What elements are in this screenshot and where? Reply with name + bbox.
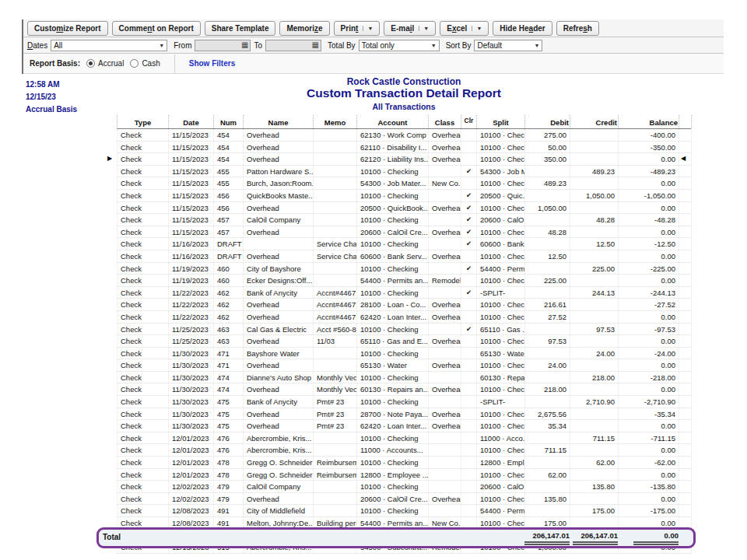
cell-memo[interactable]: 11/03: [314, 335, 357, 347]
cell-account[interactable]: 10100 · Checking: [357, 432, 429, 444]
cell-account[interactable]: 10100 · Checking: [357, 457, 429, 468]
cell-num[interactable]: 463: [214, 335, 244, 347]
table-row[interactable]: Check11/15/2023455Burch, Jason:Room...54…: [117, 177, 691, 190]
table-row[interactable]: Check11/30/2023474Dianne's Auto ShopMont…: [117, 372, 691, 384]
cell-account[interactable]: 65130 · Water: [357, 359, 429, 371]
cell-split[interactable]: 10100 · Chec...: [477, 250, 525, 262]
cell-type[interactable]: Check: [117, 129, 169, 141]
cell-split[interactable]: 10100 · Chec...: [477, 420, 525, 432]
cell-split[interactable]: 65130 · Water: [477, 348, 525, 359]
cell-account[interactable]: 10100 · Checking: [357, 505, 429, 516]
cell-date[interactable]: 12/01/2023: [169, 432, 214, 444]
cell-split[interactable]: 10100 · Chec...: [477, 469, 525, 481]
cell-type[interactable]: Check: [117, 372, 169, 383]
cell-credit[interactable]: [570, 202, 619, 214]
cell-memo[interactable]: Reimbursem...: [314, 457, 357, 468]
cell-type[interactable]: Check: [117, 263, 169, 275]
cell-debit[interactable]: 27.52: [525, 311, 570, 323]
cell-credit[interactable]: [570, 177, 619, 189]
cell-cls[interactable]: [429, 481, 461, 492]
from-date-input[interactable]: ▦: [195, 40, 251, 51]
cell-type[interactable]: Check: [117, 396, 169, 408]
cell-date[interactable]: 12/01/2023: [169, 469, 214, 481]
cell-memo[interactable]: Service Cha...: [314, 250, 357, 262]
cell-debit[interactable]: [525, 432, 570, 444]
cell-split[interactable]: -SPLIT-: [477, 287, 525, 299]
cell-split[interactable]: 11000 · Acco...: [477, 432, 525, 444]
cell-cls[interactable]: [429, 348, 461, 359]
cell-balance[interactable]: -24.00: [619, 348, 679, 359]
cell-type[interactable]: Check: [117, 359, 169, 371]
cell-balance[interactable]: 0.00: [619, 250, 679, 262]
cell-balance[interactable]: 0.00: [619, 226, 679, 238]
cell-name[interactable]: Gregg O. Schneider: [244, 469, 314, 481]
cell-split[interactable]: 60600 · Bank...: [477, 238, 525, 250]
cell-num[interactable]: 462: [214, 299, 244, 310]
cell-credit[interactable]: [570, 408, 619, 420]
cell-balance[interactable]: 0.00: [619, 335, 679, 347]
cell-debit[interactable]: [525, 481, 570, 492]
column-header-type[interactable]: Type: [117, 115, 169, 128]
cell-balance[interactable]: 0.00: [619, 311, 679, 323]
cell-date[interactable]: 11/15/2023: [169, 190, 214, 201]
cell-clr[interactable]: [461, 420, 477, 432]
column-header-account[interactable]: Account: [357, 115, 429, 128]
cell-credit[interactable]: [570, 444, 619, 456]
cell-credit[interactable]: 48.28: [570, 214, 619, 226]
cell-credit[interactable]: [570, 129, 619, 141]
cell-num[interactable]: 460: [214, 263, 244, 275]
cell-account[interactable]: 10100 · Checking: [357, 324, 429, 335]
cell-date[interactable]: 11/15/2023: [169, 202, 214, 214]
cell-num[interactable]: 471: [214, 359, 244, 371]
cell-type[interactable]: Check: [117, 275, 169, 286]
cell-type[interactable]: Check: [117, 311, 169, 323]
cleared-checkmark-icon[interactable]: ✔: [461, 190, 477, 201]
cell-split[interactable]: 10100 · Chec...: [477, 444, 525, 456]
cell-account[interactable]: 62120 · Liability Ins...: [357, 153, 429, 165]
cell-num[interactable]: 462: [214, 311, 244, 323]
cell-type[interactable]: Check: [117, 457, 169, 468]
table-row[interactable]: Check11/15/2023455Patton Hardware S...10…: [117, 166, 691, 178]
cell-memo[interactable]: Monthly Vec...: [314, 372, 357, 383]
table-row[interactable]: Check11/30/2023475OverheadPmt# 2362420 ·…: [117, 420, 691, 432]
cell-balance[interactable]: -135.80: [619, 481, 679, 492]
cell-credit[interactable]: [570, 335, 619, 347]
cell-credit[interactable]: [570, 250, 619, 262]
cleared-checkmark-icon[interactable]: ✔: [461, 238, 477, 250]
table-row[interactable]: Check11/16/2023DRAFTService Cha...10100 …: [117, 238, 691, 250]
cell-account[interactable]: 54300 · Job Mater...: [357, 177, 429, 189]
cell-num[interactable]: 476: [214, 432, 244, 444]
cell-balance[interactable]: -97.53: [619, 324, 679, 335]
calendar-icon[interactable]: ▦: [241, 41, 248, 49]
cell-cls[interactable]: Overhead: [429, 129, 461, 141]
cell-num[interactable]: 454: [214, 129, 244, 141]
cell-num[interactable]: 475: [214, 396, 244, 408]
cell-cls[interactable]: Overhead: [429, 493, 461, 505]
cell-name[interactable]: Overhead: [244, 250, 314, 262]
cell-type[interactable]: Check: [117, 408, 169, 420]
cell-debit[interactable]: 350.00: [525, 153, 570, 165]
cell-memo[interactable]: [314, 432, 357, 444]
cell-type[interactable]: Check: [117, 299, 169, 310]
table-row[interactable]: Check11/25/2023463Cal Gas & ElectricAcct…: [117, 324, 691, 336]
cell-balance[interactable]: -35.34: [619, 408, 679, 420]
cell-credit[interactable]: [570, 153, 619, 165]
cell-name[interactable]: Overhead: [244, 408, 314, 420]
table-row[interactable]: Check12/01/2023478Gregg O. SchneiderReim…: [117, 457, 691, 469]
cell-memo[interactable]: [314, 202, 357, 214]
cell-date[interactable]: 11/22/2023: [169, 311, 214, 323]
cell-date[interactable]: 11/19/2023: [169, 263, 214, 275]
cell-clr[interactable]: [461, 335, 477, 347]
cell-split[interactable]: 10100 · Chec...: [477, 129, 525, 141]
table-row[interactable]: Check11/19/2023460Ecker Designs:Off...54…: [117, 275, 691, 287]
cell-credit[interactable]: 225.00: [570, 263, 619, 275]
cell-num[interactable]: 475: [214, 408, 244, 420]
cell-date[interactable]: 11/16/2023: [169, 250, 214, 262]
radio-selected-icon[interactable]: [86, 59, 95, 68]
cell-cls[interactable]: Overhead: [429, 420, 461, 432]
cell-clr[interactable]: [461, 444, 477, 456]
cell-credit[interactable]: 489.23: [570, 166, 619, 177]
table-row[interactable]: Check11/22/2023462Bank of AnycityAccnt#4…: [117, 287, 691, 299]
cell-memo[interactable]: [314, 142, 357, 153]
cleared-checkmark-icon[interactable]: ✔: [461, 214, 477, 226]
